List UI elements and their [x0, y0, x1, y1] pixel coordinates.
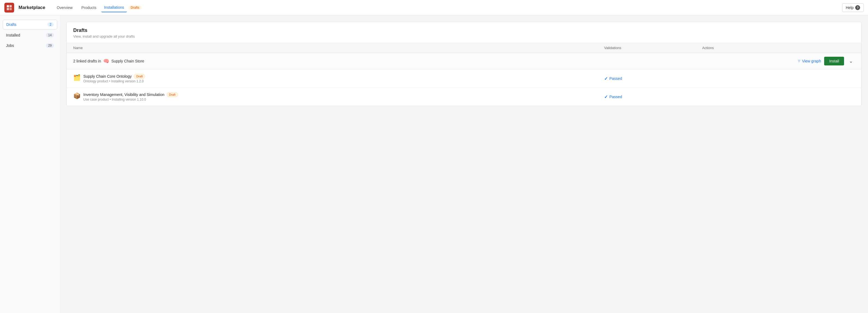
nav-installations-group: Installations Drafts [101, 3, 142, 12]
sidebar-item-installed[interactable]: Installed 14 [3, 31, 57, 40]
check-icon-1: ✓ [604, 94, 608, 99]
nav-products[interactable]: Products [78, 3, 100, 12]
sidebar: Drafts 2 Installed 14 Jobs 29 [0, 15, 60, 313]
validation-0: ✓ Passed [604, 76, 702, 81]
view-graph-button[interactable]: ⑂ View graph [798, 59, 821, 63]
col-validations: Validations [604, 46, 702, 50]
help-button[interactable]: Help ? [842, 3, 864, 12]
svg-rect-0 [7, 5, 9, 7]
sidebar-item-installed-label: Installed [6, 33, 20, 37]
card-header: Drafts View, install and upgrade all you… [67, 22, 861, 43]
card-title: Drafts [73, 28, 855, 33]
topnav: Marketplace Overview Products Installati… [0, 0, 868, 15]
nav-installations[interactable]: Installations [101, 3, 127, 12]
drafts-card: Drafts View, install and upgrade all you… [66, 22, 862, 106]
store-icon: 🧠 [103, 58, 109, 64]
group-actions: ⑂ View graph Install ⌄ [798, 57, 855, 65]
store-name: Supply Chain Store [111, 59, 144, 63]
product-badge-0: Draft [134, 74, 145, 79]
help-icon: ? [855, 5, 860, 10]
card-subtitle: View, install and upgrade all your draft… [73, 34, 855, 38]
validation-label-0: Passed [609, 76, 622, 81]
product-info-0: 🗂️ Supply Chain Core Ontology Draft Onto… [73, 74, 604, 83]
product-name-0: Supply Chain Core Ontology [83, 74, 131, 79]
product-sub-0: Ontology product • Installing version 1.… [83, 79, 145, 83]
page-layout: Drafts 2 Installed 14 Jobs 29 Drafts Vie… [0, 15, 868, 313]
product-badge-1: Draft [167, 92, 178, 97]
product-name-row-1: Inventory Management, Visibility and Sim… [83, 92, 178, 97]
check-icon-0: ✓ [604, 76, 608, 81]
topnav-links: Overview Products Installations Drafts [53, 3, 840, 12]
product-details-0: Supply Chain Core Ontology Draft Ontolog… [83, 74, 145, 83]
svg-rect-3 [9, 8, 12, 10]
nav-overview[interactable]: Overview [53, 3, 76, 12]
validation-1: ✓ Passed [604, 94, 702, 99]
svg-rect-1 [9, 5, 12, 7]
product-details-1: Inventory Management, Visibility and Sim… [83, 92, 178, 102]
app-logo [4, 3, 14, 12]
sidebar-item-jobs[interactable]: Jobs 29 [3, 41, 57, 50]
sidebar-drafts-count: 2 [48, 22, 54, 27]
sidebar-item-drafts[interactable]: Drafts 2 [3, 20, 57, 29]
sidebar-jobs-count: 29 [46, 44, 54, 48]
col-name: Name [73, 46, 604, 50]
app-title: Marketplace [19, 5, 45, 10]
group-row: 2 linked drafts in 🧠 Supply Chain Store … [67, 53, 861, 69]
install-button[interactable]: Install [824, 57, 844, 65]
product-row-1: 📦 Inventory Management, Visibility and S… [67, 88, 861, 106]
product-name-row-0: Supply Chain Core Ontology Draft [83, 74, 145, 79]
svg-rect-2 [7, 8, 9, 10]
sidebar-installed-count: 14 [46, 33, 54, 37]
product-row-0: 🗂️ Supply Chain Core Ontology Draft Onto… [67, 69, 861, 88]
product-icon-0: 🗂️ [73, 74, 81, 81]
help-label: Help [846, 5, 854, 10]
product-icon-1: 📦 [73, 92, 81, 99]
sidebar-item-drafts-label: Drafts [6, 22, 16, 27]
group-count-label: 2 linked drafts in [73, 59, 101, 63]
view-graph-icon: ⑂ [798, 59, 801, 63]
view-graph-label: View graph [802, 59, 821, 63]
validation-label-1: Passed [609, 95, 622, 99]
expand-chevron-button[interactable]: ⌄ [847, 58, 855, 65]
group-label: 2 linked drafts in 🧠 Supply Chain Store [73, 58, 144, 64]
main-content: Drafts View, install and upgrade all you… [60, 15, 868, 313]
product-sub-1: Use case product • Installing version 1.… [83, 97, 178, 102]
product-info-1: 📦 Inventory Management, Visibility and S… [73, 92, 604, 102]
nav-drafts-tab[interactable]: Drafts [128, 5, 142, 10]
table-header: Name Validations Actions [67, 43, 861, 53]
sidebar-item-jobs-label: Jobs [6, 44, 14, 48]
col-actions: Actions [702, 46, 855, 50]
product-name-1: Inventory Management, Visibility and Sim… [83, 92, 164, 97]
